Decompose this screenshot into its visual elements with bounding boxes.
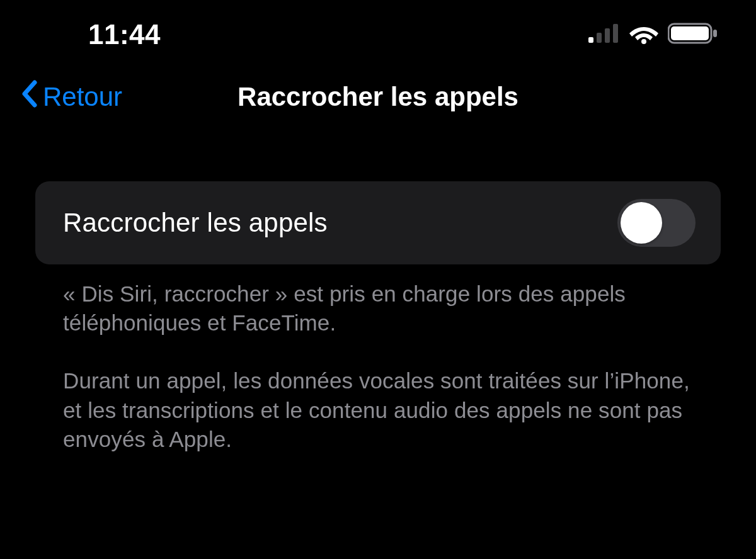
svg-rect-0 bbox=[588, 37, 593, 43]
battery-icon bbox=[668, 22, 718, 47]
back-label: Retour bbox=[43, 82, 122, 112]
setting-row-hangup: Raccrocher les appels bbox=[35, 181, 721, 264]
svg-point-4 bbox=[641, 39, 646, 44]
wifi-icon bbox=[629, 23, 659, 47]
back-button[interactable]: Retour bbox=[20, 80, 122, 114]
svg-rect-3 bbox=[613, 24, 618, 43]
content-area: Raccrocher les appels « Dis Siri, raccro… bbox=[0, 125, 756, 454]
setting-label: Raccrocher les appels bbox=[63, 208, 328, 238]
svg-rect-7 bbox=[713, 30, 717, 37]
description-paragraph-2: Durant un appel, les données vocales son… bbox=[63, 366, 693, 454]
setting-description: « Dis Siri, raccrocher » est pris en cha… bbox=[35, 264, 721, 454]
status-time: 11:44 bbox=[88, 19, 161, 50]
svg-rect-6 bbox=[671, 26, 709, 40]
svg-rect-1 bbox=[597, 33, 602, 43]
toggle-knob bbox=[621, 202, 662, 244]
chevron-left-icon bbox=[20, 80, 39, 114]
status-bar: 11:44 bbox=[0, 0, 756, 69]
description-paragraph-1: « Dis Siri, raccrocher » est pris en cha… bbox=[63, 280, 693, 337]
svg-rect-2 bbox=[605, 28, 610, 43]
cellular-signal-icon bbox=[588, 24, 620, 45]
toggle-hangup-calls[interactable] bbox=[617, 199, 696, 247]
navigation-bar: Retour Raccrocher les appels bbox=[0, 69, 756, 125]
status-icons bbox=[588, 22, 718, 47]
